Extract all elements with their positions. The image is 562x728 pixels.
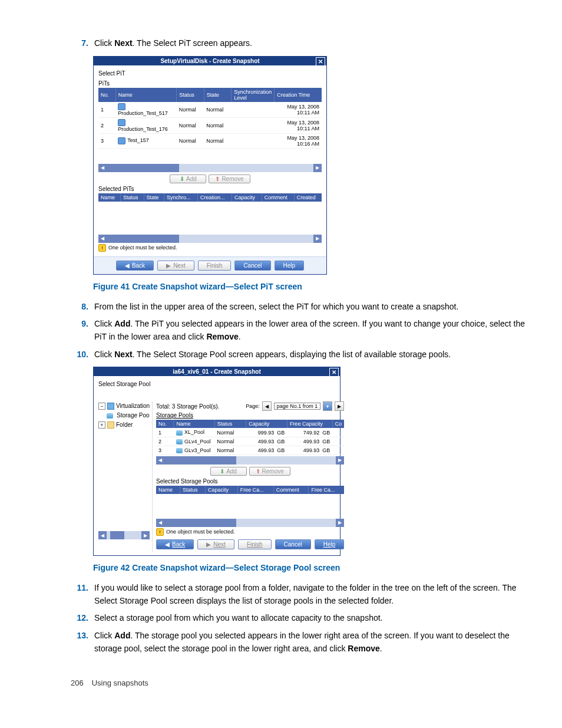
warning-message: !One object must be selected. [98, 244, 322, 252]
page-prev-icon[interactable]: ◀ [262, 401, 272, 411]
dialog-title: ia64_xiv6_01 - Create Snapshot [173, 368, 261, 375]
scrollbar-horizontal[interactable]: ◀ ▶ [98, 531, 150, 539]
dialog-select-pit: SetupVirtualDisk - Create Snapshot ✕ Sel… [93, 56, 327, 275]
scroll-right-icon[interactable]: ▶ [336, 456, 344, 465]
step-10: 10. Click Next. The Select Storage Pool … [71, 348, 533, 361]
add-button[interactable]: ⬇Add [170, 174, 206, 183]
step-number: 7. [71, 37, 94, 50]
table-row[interactable]: 2Production_Test_176NormalNormalMay 13, … [98, 117, 322, 133]
step-7: 7. Click Next. The Select PiT screen app… [71, 37, 533, 50]
total-pools-label: Total: 3 Storage Pool(s). [156, 403, 219, 410]
step-11: 11. If you would like to select a storag… [71, 582, 533, 607]
label-selected-pools: Selected Storage Pools [156, 478, 344, 485]
figure-41-caption: Figure 41 Create Snapshot wizard—Select … [93, 282, 533, 291]
scrollbar-horizontal[interactable]: ◀ ▶ [156, 456, 344, 465]
dialog-title-bar: ia64_xiv6_01 - Create Snapshot ✕ [94, 367, 340, 376]
pool-icon [107, 413, 113, 419]
step-9: 9. Click Add. The PiT you selected appea… [71, 318, 533, 343]
help-button[interactable]: Help [275, 261, 305, 271]
table-row[interactable]: 3GLv3_PoolNormal499.93 GB499.93 GB [156, 446, 344, 454]
label-pits: PiTs [98, 80, 322, 87]
wizard-button-row: ◀ Back ▶ Next Finish Cancel Help [94, 256, 326, 274]
dialog-title: SetupVirtualDisk - Create Snapshot [160, 58, 259, 64]
table-header: No. Name Status State Synchronization Le… [98, 88, 322, 102]
close-icon[interactable]: ✕ [316, 57, 325, 67]
tree-item-storage-pool[interactable]: Storage Poo [98, 411, 150, 420]
scrollbar-horizontal[interactable]: ◀ ▶ [98, 235, 322, 243]
table-header: Name Status State Synchro... Creation...… [98, 193, 322, 202]
page-dropdown-icon[interactable]: ▾ [323, 401, 332, 411]
step-number: 10. [71, 348, 94, 361]
document-page: 7. Click Next. The Select PiT screen app… [0, 0, 562, 711]
pool-icon [176, 448, 183, 453]
add-button[interactable]: ⬇Add [210, 467, 247, 476]
finish-button[interactable]: Finish [238, 539, 272, 549]
next-button[interactable]: ▶ Next [197, 539, 234, 549]
step-12: 12. Select a storage pool from which you… [71, 612, 533, 625]
page-indicator: page No.1 from 1 [274, 403, 321, 410]
dialog-title-bar: SetupVirtualDisk - Create Snapshot ✕ [94, 57, 326, 65]
finish-button[interactable]: Finish [198, 261, 232, 271]
scroll-right-icon[interactable]: ▶ [313, 164, 322, 172]
table-row[interactable]: 3Test_157NormalNormalMay 13, 2008 10:16 … [98, 133, 322, 148]
back-button[interactable]: ◀ Back [116, 261, 154, 271]
step-number: 8. [71, 301, 94, 314]
paginator: Page: ◀ page No.1 from 1 ▾ ▶ [246, 401, 344, 411]
cancel-button[interactable]: Cancel [275, 539, 311, 549]
warning-message: !One object must be selected. [156, 528, 344, 536]
table-row[interactable]: 1Production_Test_517NormalNormalMay 13, … [98, 102, 322, 118]
folder-icon [107, 421, 114, 429]
figure-41-wrap: SetupVirtualDisk - Create Snapshot ✕ Sel… [93, 56, 533, 275]
figure-42-wrap: ia64_xiv6_01 - Create Snapshot ✕ Select … [93, 367, 533, 555]
figure-42-caption: Figure 42 Create Snapshot wizard—Select … [93, 563, 533, 572]
tree-item-folder[interactable]: +Folder [98, 420, 150, 430]
remove-button[interactable]: ⬆Remove [209, 174, 250, 183]
dialog-select-storage-pool: ia64_xiv6_01 - Create Snapshot ✕ Select … [93, 367, 340, 555]
warning-icon: ! [98, 244, 106, 252]
page-next-icon[interactable]: ▶ [335, 401, 344, 411]
pools-table: No. Name Status Capacity Free Capacity C… [156, 420, 344, 454]
wizard-button-row: ◀ Back ▶ Next Finish Cancel Help [156, 537, 344, 552]
page-footer: 206 Using snapshots [71, 678, 533, 687]
remove-button[interactable]: ⬆Remove [249, 467, 290, 476]
scroll-right-icon[interactable]: ▶ [141, 531, 150, 539]
scrollbar-horizontal[interactable]: ◀ ▶ [156, 519, 344, 527]
scroll-left-icon[interactable]: ◀ [156, 519, 164, 527]
tree-panel: −Virtualization Storage Poo +Folder ◀ ▶ [98, 401, 153, 551]
step-number: 13. [71, 630, 94, 655]
step-text: Click Next. The Select PiT screen appear… [94, 37, 533, 50]
step-text: From the list in the upper area of the s… [94, 301, 533, 314]
cancel-button[interactable]: Cancel [234, 261, 270, 271]
step-8: 8. From the list in the upper area of th… [71, 301, 533, 314]
tree-item-virtualization[interactable]: −Virtualization [98, 401, 150, 411]
scroll-right-icon[interactable]: ▶ [313, 235, 322, 243]
back-button[interactable]: ◀ Back [156, 539, 194, 549]
scrollbar-horizontal[interactable]: ◀ ▶ [98, 164, 322, 172]
warning-icon: ! [156, 528, 164, 536]
scroll-left-icon[interactable]: ◀ [98, 164, 107, 172]
step-text: Select a storage pool from which you wan… [94, 612, 533, 625]
table-row[interactable]: 1XL_PoolNormal999.93 GB749.92 GB [156, 428, 344, 437]
table-header: No. Name Status Capacity Free Capacity C… [156, 420, 344, 428]
close-icon[interactable]: ✕ [329, 368, 339, 377]
label-storage-pools: Storage Pools [156, 412, 344, 419]
table-header: Name Status Capacity Free Ca... Comment … [156, 486, 344, 494]
scroll-right-icon[interactable]: ▶ [336, 519, 344, 527]
selected-pits-table: Name Status State Synchro... Creation...… [98, 193, 322, 202]
scroll-left-icon[interactable]: ◀ [98, 531, 107, 539]
scroll-left-icon[interactable]: ◀ [156, 456, 164, 465]
step-number: 11. [71, 582, 94, 607]
selected-pools-table: Name Status Capacity Free Ca... Comment … [156, 486, 344, 494]
scroll-left-icon[interactable]: ◀ [98, 235, 107, 243]
step-text: If you would like to select a storage po… [94, 582, 533, 607]
step-text: Click Next. The Select Storage Pool scre… [94, 348, 533, 361]
pool-icon [176, 430, 183, 436]
page-number: 206 [71, 678, 84, 687]
help-button[interactable]: Help [315, 539, 345, 549]
pits-table: No. Name Status State Synchronization Le… [98, 88, 322, 149]
step-number: 12. [71, 612, 94, 625]
folder-icon [107, 403, 114, 410]
next-button[interactable]: ▶ Next [157, 261, 194, 271]
table-row[interactable]: 2GLv4_PoolNormal499.93 GB499.93 GB [156, 437, 344, 446]
section-title: Using snapshots [92, 678, 148, 687]
